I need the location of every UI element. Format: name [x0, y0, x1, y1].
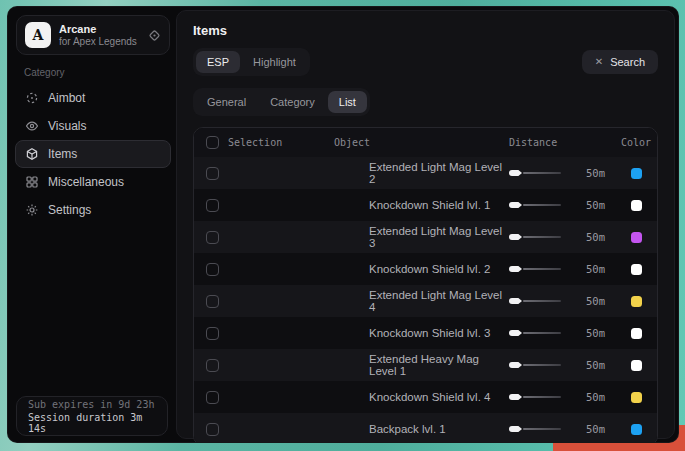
distance-value: 50m — [569, 231, 605, 243]
row-checkbox[interactable] — [206, 295, 219, 308]
color-swatch[interactable] — [631, 200, 642, 211]
color-swatch[interactable] — [631, 296, 642, 307]
object-name: Knockdown Shield lvl. 4 — [369, 391, 509, 403]
slider-thumb-icon[interactable] — [509, 202, 522, 208]
slider-track[interactable] — [523, 172, 561, 174]
pin-icon[interactable] — [148, 29, 161, 42]
tab-list[interactable]: List — [328, 91, 367, 113]
object-name: Knockdown Shield lvl. 1 — [369, 199, 509, 211]
row-checkbox[interactable] — [206, 263, 219, 276]
sidebar-item-aimbot[interactable]: Aimbot — [15, 84, 171, 112]
distance-value: 50m — [569, 359, 605, 371]
mode-row: ESPHighlight ✕ Search — [193, 48, 658, 76]
sidebar-item-label: Aimbot — [48, 91, 85, 105]
slider-thumb-icon[interactable] — [509, 394, 522, 400]
slider-track[interactable] — [523, 396, 561, 398]
distance-slider[interactable] — [509, 426, 561, 432]
session-duration-text: Session duration 3m 14s — [28, 412, 156, 434]
distance-value: 50m — [569, 199, 605, 211]
sidebar-item-visuals[interactable]: Visuals — [15, 112, 171, 140]
tab-general[interactable]: General — [196, 91, 257, 113]
object-name: Extended Light Mag Level 2 — [369, 161, 509, 185]
color-swatch[interactable] — [631, 360, 642, 371]
slider-thumb-icon[interactable] — [509, 170, 522, 176]
row-checkbox[interactable] — [206, 199, 219, 212]
row-checkbox[interactable] — [206, 391, 219, 404]
table-body: Extended Light Mag Level 2 50m Knockdown… — [194, 157, 657, 443]
grid-icon — [25, 175, 39, 189]
table-row: Backpack lvl. 1 50m — [194, 413, 657, 443]
search-button[interactable]: ✕ Search — [582, 50, 658, 74]
column-object: Object — [334, 137, 509, 148]
table-row: Knockdown Shield lvl. 4 50m — [194, 381, 657, 413]
slider-thumb-icon[interactable] — [509, 330, 522, 336]
slider-track[interactable] — [523, 428, 561, 430]
view-tabs: GeneralCategoryList — [193, 88, 370, 116]
slider-thumb-icon[interactable] — [509, 266, 522, 272]
sidebar-item-label: Items — [48, 147, 77, 161]
row-checkbox[interactable] — [206, 327, 219, 340]
slider-track[interactable] — [523, 332, 561, 334]
color-swatch[interactable] — [631, 424, 642, 435]
search-button-label: Search — [610, 56, 645, 68]
row-checkbox[interactable] — [206, 231, 219, 244]
sub-expires-text: Sub expires in 9d 23h — [28, 399, 156, 410]
distance-slider[interactable] — [509, 234, 561, 240]
sidebar-item-items[interactable]: Items — [15, 140, 171, 168]
slider-track[interactable] — [523, 204, 561, 206]
object-name: Knockdown Shield lvl. 3 — [369, 327, 509, 339]
slider-track[interactable] — [523, 268, 561, 270]
slider-thumb-icon[interactable] — [509, 426, 522, 432]
distance-value: 50m — [569, 423, 605, 435]
main-panel: Items ESPHighlight ✕ Search GeneralCateg… — [176, 10, 675, 439]
table-row: Knockdown Shield lvl. 3 50m — [194, 317, 657, 349]
table-row: Knockdown Shield lvl. 1 50m — [194, 189, 657, 221]
items-table: Selection Object Distance Color Extended… — [193, 127, 658, 443]
table-row: Extended Heavy Mag Level 1 50m — [194, 349, 657, 381]
distance-slider[interactable] — [509, 170, 561, 176]
slider-track[interactable] — [523, 364, 561, 366]
distance-slider[interactable] — [509, 298, 561, 304]
slider-track[interactable] — [523, 300, 561, 302]
color-swatch[interactable] — [631, 328, 642, 339]
color-swatch[interactable] — [631, 232, 642, 243]
distance-slider[interactable] — [509, 202, 561, 208]
app-window: A Arcane for Apex Legends Category Aimbo… — [7, 6, 679, 443]
object-name: Extended Light Mag Level 3 — [369, 225, 509, 249]
distance-slider[interactable] — [509, 394, 561, 400]
eye-icon — [25, 119, 39, 133]
logo-card: A Arcane for Apex Legends — [16, 15, 170, 55]
mode-tabs: ESPHighlight — [193, 48, 310, 76]
slider-thumb-icon[interactable] — [509, 234, 522, 240]
distance-slider[interactable] — [509, 330, 561, 336]
tab-category[interactable]: Category — [259, 91, 326, 113]
table-row: Extended Light Mag Level 4 50m — [194, 285, 657, 317]
slider-thumb-icon[interactable] — [509, 362, 522, 368]
color-swatch[interactable] — [631, 264, 642, 275]
x-icon: ✕ — [595, 57, 603, 67]
distance-value: 50m — [569, 391, 605, 403]
box-icon — [25, 147, 39, 161]
slider-thumb-icon[interactable] — [509, 298, 522, 304]
sidebar-item-label: Miscellaneous — [48, 175, 124, 189]
page-title: Items — [193, 23, 658, 38]
app-name: Arcane — [59, 23, 140, 36]
column-distance: Distance — [509, 137, 615, 148]
row-checkbox[interactable] — [206, 359, 219, 372]
crosshair-icon — [25, 91, 39, 105]
table-row: Knockdown Shield lvl. 2 50m — [194, 253, 657, 285]
sidebar-item-miscellaneous[interactable]: Miscellaneous — [15, 168, 171, 196]
object-name: Extended Heavy Mag Level 1 — [369, 353, 509, 377]
distance-slider[interactable] — [509, 266, 561, 272]
tab-esp[interactable]: ESP — [196, 51, 240, 73]
color-swatch[interactable] — [631, 168, 642, 179]
distance-slider[interactable] — [509, 362, 561, 368]
select-all-checkbox[interactable] — [206, 136, 219, 149]
row-checkbox[interactable] — [206, 167, 219, 180]
tab-highlight[interactable]: Highlight — [242, 51, 307, 73]
sidebar-item-settings[interactable]: Settings — [15, 196, 171, 224]
slider-track[interactable] — [523, 236, 561, 238]
sidebar-nav: AimbotVisualsItemsMiscellaneousSettings — [8, 84, 178, 224]
color-swatch[interactable] — [631, 392, 642, 403]
row-checkbox[interactable] — [206, 423, 219, 436]
